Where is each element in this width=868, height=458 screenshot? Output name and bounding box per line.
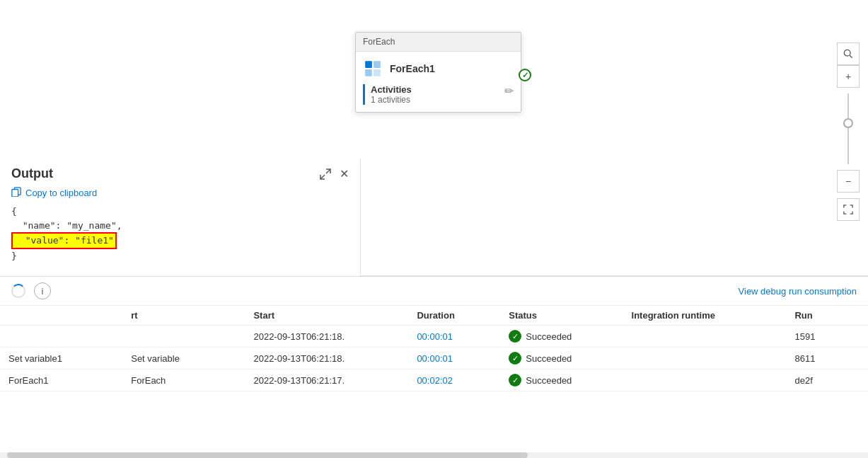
row1-ir xyxy=(623,326,787,348)
code-line-4: } xyxy=(11,249,349,263)
row3-status-text: Succeeded xyxy=(526,375,572,386)
row2-status: ✓ Succeeded xyxy=(500,348,623,370)
fit-button[interactable] xyxy=(837,198,860,221)
row1-duration-link[interactable]: 00:00:01 xyxy=(417,331,453,342)
svg-rect-0 xyxy=(365,61,372,68)
svg-point-4 xyxy=(844,50,850,56)
zoom-out-button[interactable]: − xyxy=(837,170,860,193)
highlighted-value: "value": "file1" xyxy=(11,232,117,249)
loading-spinner xyxy=(11,284,25,298)
zoom-in-button[interactable]: + xyxy=(837,65,860,88)
view-debug-link[interactable]: View debug run consumption xyxy=(739,286,857,297)
info-button[interactable]: i xyxy=(34,282,51,299)
row1-type xyxy=(122,326,245,348)
table-row[interactable]: ForEach1 ForEach 2022-09-13T06:21:17. 00… xyxy=(0,370,868,391)
row2-run: 8611 xyxy=(786,348,868,370)
row2-status-icon: ✓ xyxy=(509,352,521,365)
foreach-activities-count: 1 activities xyxy=(371,95,504,105)
row1-start: 2022-09-13T06:21:18. xyxy=(245,326,408,348)
row3-run: de2f xyxy=(786,370,868,391)
svg-rect-1 xyxy=(374,61,381,68)
foreach-popup: ForEach ForEach1 Activities 1 activities… xyxy=(355,32,521,113)
scrollbar-thumb[interactable] xyxy=(7,452,528,458)
horizontal-scrollbar[interactable] xyxy=(0,452,868,458)
close-button[interactable]: ✕ xyxy=(340,167,349,181)
row2-status-text: Succeeded xyxy=(526,353,572,364)
row1-run: 1591 xyxy=(786,326,868,348)
close-icon: ✕ xyxy=(340,167,349,181)
col-status: Status xyxy=(500,306,623,326)
svg-line-6 xyxy=(326,169,330,173)
expand-button[interactable] xyxy=(320,167,331,181)
row3-status: ✓ Succeeded xyxy=(500,370,623,391)
run-table-scroll[interactable]: rt Start Duration Status Integration run… xyxy=(0,306,868,391)
row2-start: 2022-09-13T06:21:18. xyxy=(245,348,408,370)
code-line-1: { xyxy=(11,205,349,219)
svg-line-7 xyxy=(320,175,325,179)
col-name xyxy=(0,306,122,326)
output-code: { "name": "my_name", "value": "file1" } xyxy=(11,205,349,263)
row3-name: ForEach1 xyxy=(0,370,122,391)
output-title: Output xyxy=(11,166,53,181)
run-table: rt Start Duration Status Integration run… xyxy=(0,306,868,391)
output-actions: ✕ xyxy=(320,167,349,181)
row2-duration-link[interactable]: 00:00:01 xyxy=(417,353,453,364)
edit-icon[interactable]: ✏ xyxy=(504,84,514,98)
copy-icon xyxy=(11,187,21,199)
row1-status-icon: ✓ xyxy=(509,330,521,343)
zoom-out-label: − xyxy=(845,176,851,187)
row2-type: Set variable xyxy=(122,348,245,370)
svg-rect-3 xyxy=(374,69,381,76)
right-toolbar: + − xyxy=(837,42,860,221)
code-line-2: "name": "my_name", xyxy=(11,219,349,233)
zoom-slider[interactable] xyxy=(847,91,849,167)
foreach-activities-label: Activities xyxy=(371,84,504,95)
row3-start: 2022-09-13T06:21:17. xyxy=(245,370,408,391)
row2-duration: 00:00:01 xyxy=(408,348,500,370)
row1-status-text: Succeeded xyxy=(526,331,572,342)
foreach-popup-header: ForEach xyxy=(356,33,521,52)
col-duration: Duration xyxy=(408,306,500,326)
col-integration-runtime: Integration runtime xyxy=(623,306,787,326)
svg-rect-9 xyxy=(12,190,18,197)
row3-status-icon: ✓ xyxy=(509,374,521,387)
row1-name xyxy=(0,326,122,348)
foreach-header-label: ForEach xyxy=(363,37,395,47)
row1-duration: 00:00:01 xyxy=(408,326,500,348)
bottom-panel: i View debug run consumption rt Start Du… xyxy=(0,276,868,458)
col-type: rt xyxy=(122,306,245,326)
row3-duration-link[interactable]: 00:02:02 xyxy=(417,375,453,386)
col-start: Start xyxy=(245,306,408,326)
code-line-3: "value": "file1" xyxy=(11,232,349,249)
foreach-title: ForEach1 xyxy=(390,63,435,74)
row3-duration: 00:02:02 xyxy=(408,370,500,391)
search-button[interactable] xyxy=(837,42,860,65)
foreach-activities-content: Activities 1 activities xyxy=(371,84,504,105)
col-run: Run xyxy=(786,306,868,326)
bottom-toolbar: i View debug run consumption xyxy=(0,277,868,306)
row2-ir xyxy=(623,348,787,370)
table-row[interactable]: 2022-09-13T06:21:18. 00:00:01 ✓ Succeede… xyxy=(0,326,868,348)
zoom-in-label: + xyxy=(845,71,851,82)
output-header: Output ✕ xyxy=(11,166,349,181)
foreach-title-row: ForEach1 xyxy=(356,52,521,84)
foreach-activity-icon xyxy=(363,59,383,79)
copy-to-clipboard-row[interactable]: Copy to clipboard xyxy=(11,187,349,199)
row3-ir xyxy=(623,370,787,391)
row2-name: Set variable1 xyxy=(0,348,122,370)
row1-status: ✓ Succeeded xyxy=(500,326,623,348)
table-row[interactable]: Set variable1 Set variable 2022-09-13T06… xyxy=(0,348,868,370)
svg-rect-2 xyxy=(365,69,372,76)
svg-line-5 xyxy=(850,55,852,58)
foreach-success-badge: ✓ xyxy=(519,69,531,81)
row3-type: ForEach xyxy=(122,370,245,391)
copy-label: Copy to clipboard xyxy=(25,188,97,198)
